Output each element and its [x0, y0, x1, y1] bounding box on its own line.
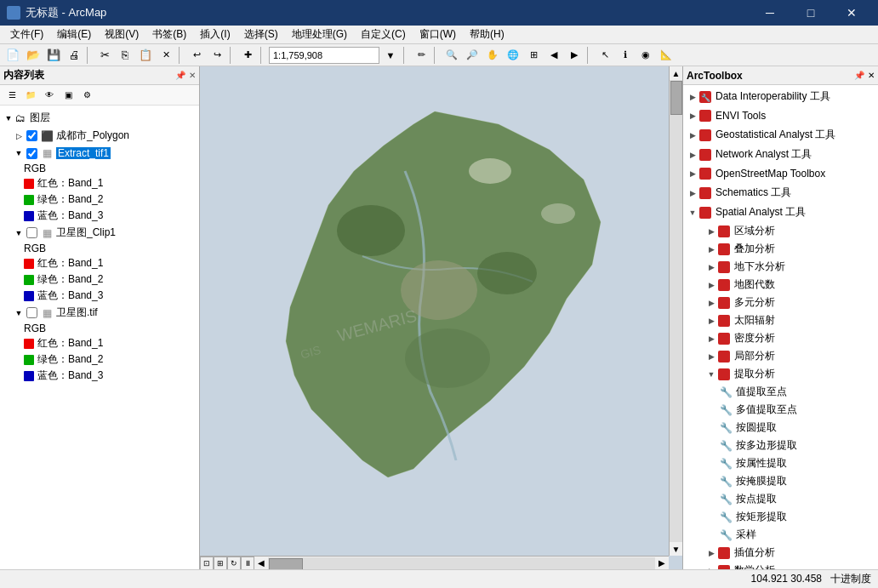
tool-sample[interactable]: 🔧 按点提取 [683, 490, 878, 508]
scroll-up-button[interactable]: ▲ [670, 66, 683, 80]
tool-extract-by-mask[interactable]: 🔧 按掩膜提取 [683, 472, 878, 490]
panel-pin-button[interactable]: 📌 [175, 71, 185, 80]
tool-math[interactable]: ▶ 数学分析 [683, 562, 878, 569]
refresh[interactable]: ↻ [227, 557, 241, 570]
full-extent-button[interactable]: ⊞ [524, 46, 543, 65]
next-extent-button[interactable]: ▶ [565, 46, 584, 65]
list-by-drawing-order-button[interactable]: ☰ [3, 87, 20, 104]
tool-network[interactable]: ▶ Network Analyst 工具 [683, 145, 878, 164]
checkbox-satellite[interactable] [26, 307, 37, 318]
delete-button[interactable]: ✕ [157, 46, 175, 65]
menu-view[interactable]: 视图(V) [98, 26, 145, 43]
paste-button[interactable]: 📋 [136, 46, 155, 65]
identify-button[interactable]: ℹ [616, 46, 635, 65]
scroll-track-bottom[interactable] [268, 557, 655, 569]
tool-extract-by-polygon[interactable]: 🔧 按多边形提取 [683, 437, 878, 454]
checkbox-clip1[interactable] [26, 227, 37, 238]
maximize-button[interactable]: □ [791, 0, 830, 26]
list-by-selection-button[interactable]: ▣ [60, 87, 77, 104]
list-by-source-button[interactable]: 📁 [22, 87, 39, 104]
layer-extract-tif1[interactable]: ▼ ▦ Extract_tif1 [10, 145, 199, 162]
close-button[interactable]: ✕ [832, 0, 871, 26]
scroll-thumb-right[interactable] [670, 81, 682, 115]
menu-customize[interactable]: 自定义(C) [354, 26, 413, 43]
tool-solar[interactable]: ▶ 太阳辐射 [683, 311, 878, 329]
tool-osm[interactable]: ▶ OpenStreetMap Toolbox [683, 164, 878, 183]
tool-extract-by-point[interactable]: 🔧 值提取至点 [683, 383, 878, 401]
tool-density[interactable]: ▶ 密度分析 [683, 329, 878, 347]
new-button[interactable]: 📄 [3, 46, 22, 65]
tool-spatial-analyst[interactable]: ▼ Spatial Analyst 工具 [683, 203, 878, 222]
menu-bookmark[interactable]: 书签(B) [145, 26, 193, 43]
tool-sample-tool[interactable]: 🔧 采样 [683, 526, 878, 544]
tool-extract-multi-values[interactable]: 🔧 多值提取至点 [683, 401, 878, 419]
tool-multivariate[interactable]: ▶ 多元分析 [683, 294, 878, 311]
menu-file[interactable]: 文件(F) [3, 26, 50, 43]
map-viewport[interactable]: WEMARIS GIS [200, 66, 669, 556]
save-button[interactable]: 💾 [44, 46, 63, 65]
layer-chengdu-polygon[interactable]: ▷ ⬛ 成都市_Polygon [10, 127, 199, 145]
editor-button[interactable]: ✏ [412, 46, 430, 65]
expand-chengdu[interactable]: ▷ [14, 131, 24, 141]
open-button[interactable]: 📂 [24, 46, 43, 65]
layer-group-root[interactable]: ▼ 🗂 图层 [0, 109, 199, 127]
select-button[interactable]: ↖ [596, 46, 614, 65]
print-button[interactable]: 🖨 [65, 46, 83, 65]
scale-dropdown[interactable]: ▼ [381, 46, 400, 65]
tool-overlay[interactable]: ▶ 叠加分析 [683, 240, 878, 258]
toolbox-pin-button[interactable]: 📌 [854, 71, 864, 80]
scroll-thumb-bottom[interactable] [269, 558, 303, 570]
panel-close-button[interactable]: ✕ [189, 71, 196, 80]
tool-extract-rect[interactable]: 🔧 按矩形提取 [683, 508, 878, 526]
zoom-in-button[interactable]: 🔍 [442, 46, 461, 65]
tool-schematics[interactable]: ▶ Schematics 工具 [683, 183, 878, 203]
layer-satellite-tif[interactable]: ▼ ▦ 卫星图.tif [10, 304, 199, 322]
menu-geoprocess[interactable]: 地理处理(G) [285, 26, 354, 43]
tool-extract-by-circle[interactable]: 🔧 按圆提取 [683, 419, 878, 437]
menu-window[interactable]: 窗口(W) [413, 26, 463, 43]
checkbox-extract[interactable] [26, 148, 37, 159]
zoom-to-extent[interactable]: ⊞ [214, 557, 227, 570]
pause[interactable]: ⏸ [241, 557, 254, 570]
scroll-track-right[interactable] [670, 80, 683, 542]
menu-select[interactable]: 选择(S) [237, 26, 285, 43]
measure-button[interactable]: 📐 [657, 46, 676, 65]
tool-geostat[interactable]: ▶ Geostatistical Analyst 工具 [683, 125, 878, 145]
pan-button[interactable]: ✋ [483, 46, 502, 65]
cut-button[interactable]: ✂ [95, 46, 114, 65]
copy-button[interactable]: ⎘ [116, 46, 134, 65]
tool-zone[interactable]: ▶ 区域分析 [683, 222, 878, 240]
scroll-right-button[interactable]: ▶ [655, 557, 669, 570]
scale-input[interactable] [269, 47, 379, 64]
globe-button[interactable]: 🌐 [504, 46, 522, 65]
html-button[interactable]: ◉ [636, 46, 655, 65]
expand-satellite[interactable]: ▼ [14, 308, 24, 318]
redo-button[interactable]: ↪ [208, 46, 226, 65]
options-button[interactable]: ⚙ [78, 87, 95, 104]
menu-help[interactable]: 帮助(H) [463, 26, 511, 43]
scroll-down-button[interactable]: ▼ [670, 542, 683, 556]
menu-edit[interactable]: 编辑(E) [50, 26, 98, 43]
tool-map-algebra[interactable]: ▶ 地图代数 [683, 276, 878, 294]
expand-root[interactable]: ▼ [3, 113, 14, 123]
tool-envi[interactable]: ▶ ENVI Tools [683, 106, 878, 125]
zoom-to-fit[interactable]: ⊡ [200, 557, 214, 570]
tool-interpolation[interactable]: ▶ 插值分析 [683, 544, 878, 562]
tool-local[interactable]: ▶ 局部分析 [683, 347, 878, 365]
menu-insert[interactable]: 插入(I) [193, 26, 237, 43]
scroll-left-button[interactable]: ◀ [254, 557, 268, 570]
list-by-visibility-button[interactable]: 👁 [41, 87, 58, 104]
tool-data-interop[interactable]: ▶ 🔧 Data Interoperability 工具 [683, 87, 878, 106]
expand-clip1[interactable]: ▼ [14, 228, 24, 238]
toolbox-close-button[interactable]: ✕ [868, 71, 875, 80]
expand-extract[interactable]: ▼ [14, 148, 24, 158]
tool-extraction[interactable]: ▼ 提取分析 [683, 365, 878, 383]
minimize-button[interactable]: ─ [750, 0, 790, 26]
add-data-button[interactable]: ✚ [238, 46, 257, 65]
checkbox-chengdu[interactable] [26, 130, 37, 141]
prev-extent-button[interactable]: ◀ [544, 46, 563, 65]
tool-groundwater[interactable]: ▶ 地下水分析 [683, 258, 878, 276]
undo-button[interactable]: ↩ [187, 46, 206, 65]
tool-extract-by-attr[interactable]: 🔧 按属性提取 [683, 454, 878, 472]
zoom-out-button[interactable]: 🔎 [463, 46, 482, 65]
